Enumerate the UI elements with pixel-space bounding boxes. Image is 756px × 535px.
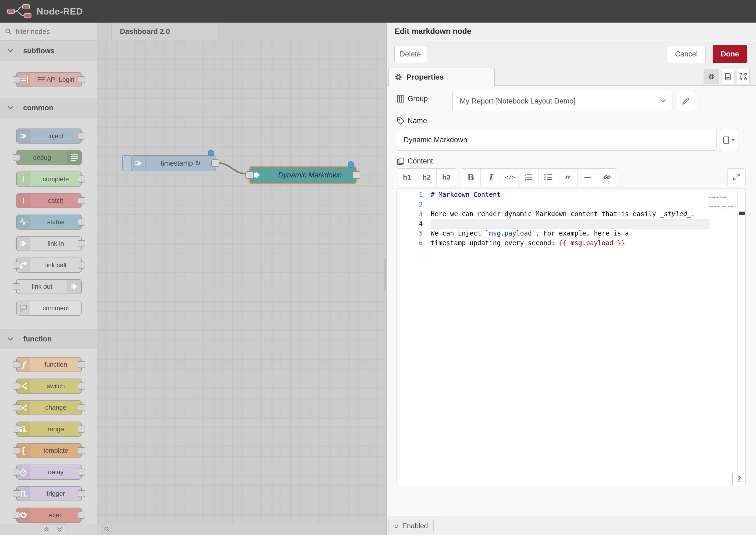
- palette-footer: [0, 523, 97, 535]
- node-port: [78, 262, 85, 268]
- delete-button[interactable]: Delete: [394, 45, 426, 63]
- tag-icon: [397, 117, 404, 125]
- group-select[interactable]: My Report [Notebook Layout Demo]: [453, 91, 672, 111]
- node-enabled-toggle[interactable]: ○ Enabled: [388, 519, 434, 533]
- editor-help-button[interactable]: ?: [732, 473, 745, 486]
- description-icon-button[interactable]: [722, 69, 735, 84]
- scrollbar-track-border: [737, 188, 738, 486]
- node-port: [13, 154, 20, 161]
- italic-button[interactable]: I: [481, 169, 500, 186]
- expand-editor-button[interactable]: [727, 168, 745, 186]
- label-type-button[interactable]: [720, 129, 738, 151]
- group-grid-icon: [397, 95, 404, 103]
- palette-node-delay[interactable]: delay: [16, 465, 82, 480]
- overview-ruler-marker: [739, 211, 745, 215]
- unordered-list-button[interactable]: [539, 169, 558, 186]
- markdown-code-editor[interactable]: 1 # Markdown Content 2 3 Here we can ren…: [397, 188, 746, 486]
- palette-node-trigger[interactable]: trigger: [16, 486, 82, 501]
- canvas-node-timestamp[interactable]: timestamp ↻: [131, 155, 216, 171]
- node-port: [13, 76, 20, 83]
- palette-node-link-call[interactable]: link call: [16, 258, 82, 273]
- palette-search[interactable]: [0, 23, 97, 41]
- wire: [97, 23, 386, 535]
- properties-icon-button[interactable]: [704, 69, 719, 84]
- flow-canvas[interactable]: Dashboard 2.0 timestamp ↻ Dynamic Markdo…: [97, 23, 386, 535]
- node-port: [13, 490, 20, 497]
- palette-node-link-out[interactable]: link out: [16, 279, 82, 294]
- palette-node-debug[interactable]: debug: [16, 150, 82, 165]
- node-changed-dot: [208, 150, 214, 156]
- palette-node-exec[interactable]: exec: [16, 508, 82, 522]
- code-button[interactable]: </>: [500, 169, 520, 186]
- edit-tray: Edit markdown node Delete Cancel Done Pr…: [386, 23, 756, 535]
- palette-node-complete[interactable]: ! complete: [16, 172, 82, 186]
- done-button[interactable]: Done: [713, 45, 747, 63]
- exclamation-icon: !: [17, 172, 30, 186]
- editor-line: 6 timestamp updating every second: {{ ms…: [397, 238, 745, 248]
- palette-node-range[interactable]: range: [16, 422, 82, 436]
- palette-node-function[interactable]: ƒ function: [16, 357, 82, 372]
- inject-button[interactable]: [122, 155, 132, 171]
- pencil-icon: [682, 98, 689, 104]
- output-port[interactable]: [352, 171, 360, 179]
- palette-category-subflows[interactable]: subflows: [0, 41, 97, 61]
- format-button-group: B I </>: [461, 168, 520, 186]
- expand-all-button[interactable]: [53, 524, 67, 534]
- palette-category-function[interactable]: function: [0, 329, 97, 349]
- bold-button[interactable]: B: [461, 169, 481, 186]
- tray-tab-bar: Properties: [387, 67, 756, 86]
- palette-sidebar: subflows FF API Login common inject debu…: [0, 23, 97, 535]
- quote-button[interactable]: “: [558, 169, 578, 186]
- group-label-row: Group: [397, 95, 428, 103]
- link-button[interactable]: [597, 169, 617, 186]
- appearance-icon-button[interactable]: [737, 69, 749, 84]
- heading-button-group: h1 h2 h3: [397, 168, 456, 186]
- h2-button[interactable]: h2: [417, 169, 436, 186]
- output-port[interactable]: [211, 159, 219, 167]
- list-button-group: 123 “ —: [518, 168, 617, 186]
- tray-footer: ○ Enabled: [387, 516, 756, 535]
- palette-node-change[interactable]: change: [16, 400, 82, 415]
- book-icon: [723, 136, 730, 144]
- h1-button[interactable]: h1: [397, 169, 417, 186]
- node-port: [78, 447, 85, 454]
- edit-group-button[interactable]: [677, 91, 695, 111]
- document-icon: [725, 73, 731, 80]
- link-in-icon: [17, 237, 30, 251]
- palette-filter-input[interactable]: [15, 27, 89, 36]
- node-port: [13, 382, 20, 390]
- name-input[interactable]: [397, 129, 716, 151]
- cancel-button[interactable]: Cancel: [667, 45, 706, 63]
- tray-title-text: Edit markdown node: [395, 27, 471, 36]
- node-port: [78, 404, 85, 411]
- editor-line: 2: [397, 200, 745, 209]
- ordered-list-button[interactable]: 123: [519, 169, 539, 186]
- palette-node-link-in[interactable]: link in: [16, 236, 82, 251]
- palette-category-common[interactable]: common: [0, 98, 97, 118]
- inject-arrow-icon: [131, 156, 146, 171]
- editor-minimap: # Markdown Content Here we can render dy…: [709, 190, 736, 214]
- editor-line: 1 # Markdown Content: [397, 190, 745, 200]
- chevron-down-icon: [8, 49, 14, 53]
- collapse-all-button[interactable]: [40, 524, 53, 534]
- h3-button[interactable]: h3: [436, 169, 456, 186]
- horizontal-rule-button[interactable]: —: [578, 169, 597, 186]
- palette-node-ff-api-login[interactable]: FF API Login: [16, 72, 82, 87]
- editor-line-current: 4: [397, 219, 745, 229]
- input-port[interactable]: [245, 171, 254, 179]
- palette-node-switch[interactable]: switch: [16, 379, 82, 394]
- editor-line: 3 Here we can render dynamic Markdown co…: [397, 209, 745, 219]
- palette-node-catch[interactable]: ! catch: [16, 193, 82, 208]
- status-pulse-icon: [17, 215, 30, 229]
- palette-node-template[interactable]: { template: [16, 443, 82, 458]
- palette-node-comment[interactable]: comment: [16, 300, 82, 316]
- palette-node-inject[interactable]: inject: [16, 128, 82, 144]
- debug-lines-icon: [68, 151, 81, 164]
- content-label-row: Content: [397, 157, 433, 165]
- node-port: [78, 512, 85, 519]
- palette-node-status[interactable]: status: [16, 214, 82, 230]
- gear-icon: [395, 73, 402, 81]
- canvas-node-dynamic-markdown[interactable]: Dynamic Markdown: [249, 166, 357, 184]
- tab-properties[interactable]: Properties: [388, 68, 495, 86]
- exclamation-icon: !: [17, 194, 30, 208]
